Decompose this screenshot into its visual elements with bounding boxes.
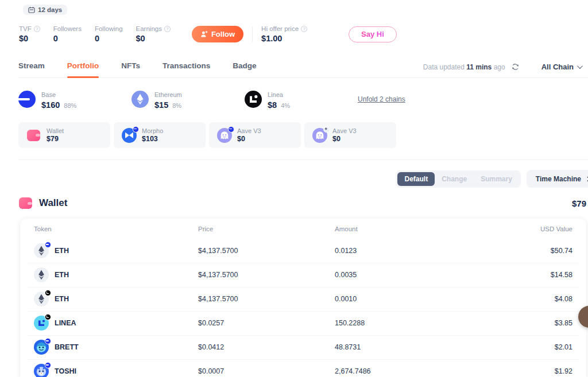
chevron-down-icon (577, 63, 583, 69)
token-chain-badge (45, 290, 51, 296)
chain-percent: 4% (281, 102, 290, 109)
protocol-value: $0 (237, 135, 261, 143)
protocol-icon (26, 128, 41, 143)
table-row[interactable]: ETH $4,137.5700 0.0123 $50.74 (20, 239, 586, 263)
table-row[interactable]: ETH $4,137.5700 0.0035 $14.58 (20, 263, 586, 287)
protocol-name: Aave V3 (332, 127, 357, 134)
token-icon (34, 267, 49, 282)
token-price: $0.0007 (198, 367, 335, 375)
time-machine-button[interactable]: Time Machine (527, 170, 588, 188)
protocol-card[interactable]: Aave V3 $0 (304, 122, 396, 148)
chain-name: Linea (268, 91, 283, 98)
say-hi-button[interactable]: Say Hi (349, 26, 397, 42)
protocol-card[interactable]: Morpho $103 (114, 122, 206, 148)
table-row[interactable]: ETH $4,137.5700 0.0010 $4.08 (20, 287, 586, 311)
data-updated-time: 11 mins (466, 63, 492, 71)
view-mode-toggle: Default Change Summary (396, 170, 520, 188)
token-icon (34, 316, 49, 331)
stat-item: Following 0 (95, 25, 123, 43)
token-amount: 0.0035 (335, 271, 551, 279)
chain-percent: 8% (172, 102, 181, 109)
protocol-icon (312, 128, 327, 143)
chain-filter-label: All Chain (541, 63, 574, 71)
protocol-chain-badge (323, 126, 330, 133)
unfold-chains-link[interactable]: Unfold 2 chains (358, 95, 405, 103)
token-table-header: Token Price Amount USD Value (20, 219, 586, 239)
token-price: $4,137.5700 (198, 247, 335, 255)
protocol-icon (217, 128, 232, 143)
table-row[interactable]: TOSHI $0.0007 2,674.7486 $1.92 (20, 359, 586, 377)
data-updated-text: Data updated 11 mins ago (423, 63, 505, 71)
table-row[interactable]: BRETT $0.0412 48.8731 $2.01 (20, 335, 586, 359)
table-toolbar: Data updated 11 mins ago All Chain (423, 63, 581, 77)
wallet-icon (18, 196, 33, 211)
say-hi-label: Say Hi (361, 30, 384, 38)
column-amount: Amount (335, 226, 540, 232)
token-price: $4,137.5700 (198, 295, 335, 303)
chevron-right-icon (585, 176, 588, 181)
view-mode-option[interactable]: Change (435, 172, 474, 186)
token-table-body: ETH $4,137.5700 0.0123 $50.74 (20, 239, 586, 377)
view-mode-option[interactable]: Default (397, 172, 435, 186)
stat-value: 0 (95, 34, 123, 43)
tab-item[interactable]: Transactions (163, 61, 210, 77)
tab-bar: Stream Portfolio NFTs Transactions Badge… (18, 61, 588, 78)
protocol-card[interactable]: Aave V3 $0 (209, 122, 301, 148)
chain-icon (18, 91, 36, 108)
follow-button[interactable]: Follow (192, 26, 243, 42)
calendar-icon (28, 6, 35, 13)
token-icon (34, 340, 49, 355)
protocol-name: Wallet (47, 127, 64, 134)
token-price: $0.0412 (198, 343, 335, 351)
chain-summary-row: Base $160 88% (18, 89, 588, 110)
stat-item: TVF ? $0 (19, 25, 40, 43)
protocol-chain-badge (133, 126, 139, 133)
tab-item[interactable]: Stream (18, 61, 45, 77)
token-table: Token Price Amount USD Value (20, 219, 586, 377)
tab-item[interactable]: NFTs (121, 61, 140, 77)
tab-item[interactable]: Portfolio (67, 61, 99, 77)
info-icon[interactable]: ? (34, 26, 40, 32)
stat-label: Earnings (136, 25, 162, 32)
chain-item[interactable]: Base $160 88% (18, 89, 131, 110)
token-price: $0.0257 (198, 319, 335, 327)
chain-name: Ethereum (154, 91, 182, 98)
view-mode-option[interactable]: Summary (474, 172, 519, 186)
token-symbol: LINEA (55, 319, 76, 327)
wallet-section-title: Wallet (39, 197, 67, 209)
chain-filter-dropdown[interactable]: All Chain (541, 63, 581, 71)
info-icon[interactable]: ? (164, 26, 171, 32)
token-icon (34, 364, 49, 377)
chain-icon (245, 91, 262, 108)
column-price: Price (198, 226, 335, 232)
protocol-chain-badge (228, 126, 234, 133)
token-symbol: BRETT (55, 343, 79, 351)
wallet-section-header: Wallet $79 (18, 196, 586, 211)
tab-item[interactable]: Badge (233, 61, 256, 77)
stat-label: Following (95, 25, 123, 32)
protocol-card[interactable]: Wallet $79 (18, 122, 110, 148)
protocol-card-row: Wallet $79 (18, 122, 588, 148)
token-chain-badge (45, 314, 51, 320)
stat-value: 0 (53, 34, 82, 43)
vertical-divider (252, 26, 253, 42)
token-usd-value: $14.58 (551, 271, 572, 279)
column-usd-value: USD Value (540, 226, 572, 232)
token-icon (34, 292, 49, 306)
stat-item: Earnings ? $0 (136, 25, 171, 43)
section-divider (18, 160, 588, 160)
chain-icon (131, 91, 149, 108)
token-symbol: TOSHI (55, 367, 76, 375)
info-icon[interactable]: ? (301, 26, 307, 32)
refresh-button[interactable] (511, 63, 520, 71)
token-usd-value: $1.92 (555, 367, 572, 375)
chain-item[interactable]: Ethereum $15 8% (131, 89, 245, 110)
refresh-icon (511, 63, 520, 71)
chain-name: Base (41, 91, 56, 98)
table-row[interactable]: LINEA $0.0257 150.2288 $3.85 (20, 311, 586, 335)
protocol-value: $79 (47, 135, 64, 143)
token-amount: 2,674.7486 (335, 367, 555, 375)
wallet-section-total: $79 (572, 199, 586, 208)
chain-item[interactable]: Linea $8 4% (245, 89, 358, 110)
column-token: Token (34, 226, 198, 232)
